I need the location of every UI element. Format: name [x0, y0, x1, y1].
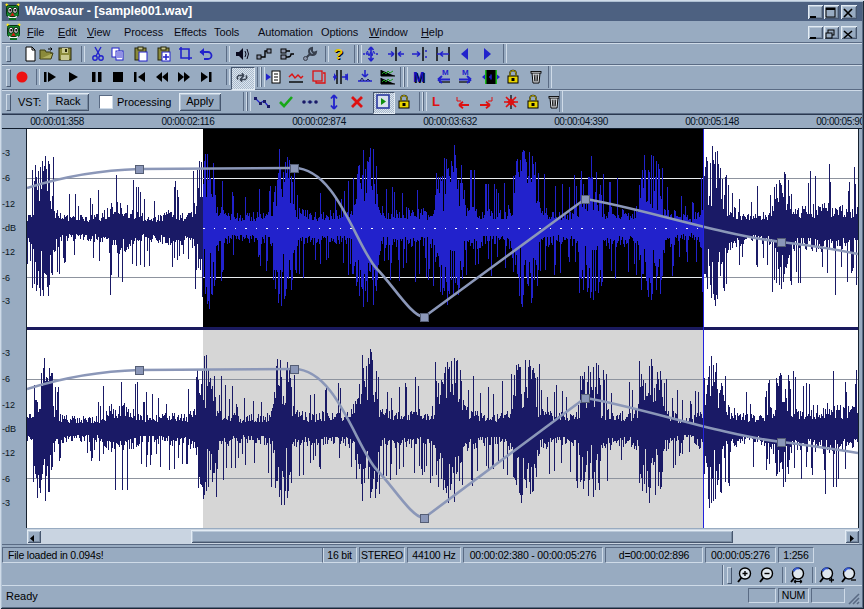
svg-text:M: M — [442, 69, 449, 77]
